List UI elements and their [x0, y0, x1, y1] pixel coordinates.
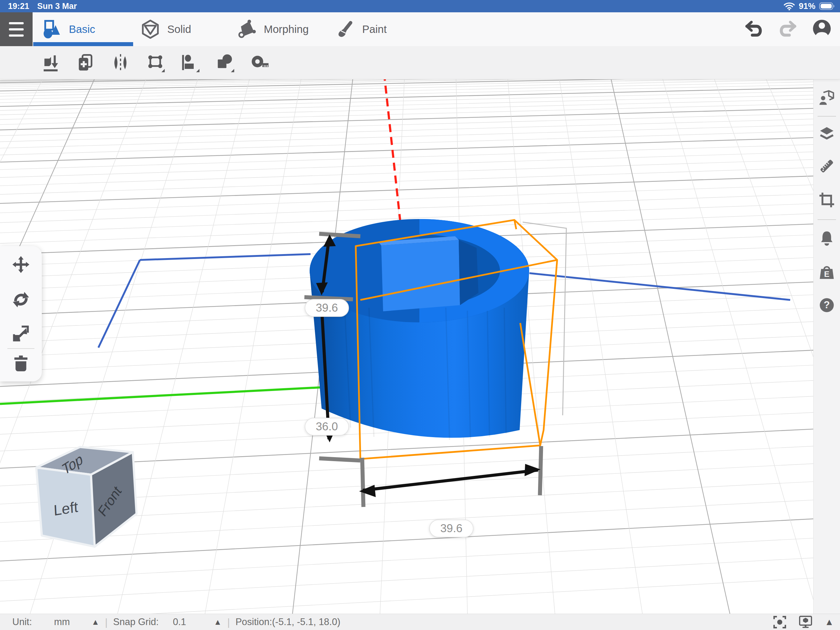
view-mode-button[interactable] — [799, 615, 812, 629]
status-time: 19:21 — [8, 2, 29, 11]
tab-paint[interactable]: Paint — [336, 12, 387, 46]
snap-grid-label: Snap Grid: — [113, 616, 159, 628]
snap-grid-value[interactable]: 0.1 — [173, 616, 186, 628]
move-tool[interactable] — [12, 255, 30, 274]
tab-basic-label: Basic — [69, 23, 95, 35]
active-tab-indicator — [33, 42, 133, 46]
battery-icon — [819, 2, 836, 11]
battery-percent: 91% — [799, 2, 815, 11]
tab-solid[interactable]: Solid — [141, 12, 191, 46]
undo-button[interactable] — [745, 19, 765, 40]
layers-icon[interactable] — [819, 126, 835, 142]
measure-tool[interactable] — [249, 53, 269, 73]
align-tool[interactable] — [180, 53, 200, 73]
dimension-lower-height[interactable]: 36.0 — [305, 418, 349, 435]
unit-value[interactable]: mm — [54, 616, 70, 628]
store-bag-icon[interactable]: E — [819, 264, 835, 280]
tab-basic[interactable]: Basic — [43, 12, 95, 46]
redo-button[interactable] — [777, 19, 797, 40]
tab-morphing-label: Morphing — [264, 23, 309, 35]
main-menu-button[interactable] — [0, 12, 33, 46]
help-question-glyph: ? — [824, 299, 830, 310]
tool-row — [0, 46, 840, 79]
duplicate-tool[interactable] — [76, 53, 96, 73]
basic-shapes-icon — [43, 20, 62, 39]
ar-view-icon[interactable] — [819, 90, 835, 106]
snap-grid-dropdown[interactable]: ▲ — [214, 617, 222, 627]
submenu-indicator — [231, 69, 234, 72]
morphing-icon — [237, 20, 256, 39]
drop-to-floor-tool[interactable] — [41, 53, 61, 73]
crop-icon[interactable] — [819, 192, 835, 208]
sidebar-divider — [818, 219, 836, 220]
nav-bar: Basic Solid Morphing Paint — [0, 12, 840, 46]
paint-brush-icon — [336, 20, 355, 39]
transform-tool[interactable] — [145, 53, 165, 73]
delete-tool[interactable] — [12, 355, 30, 373]
position-readout: Position:(-5.1, -5.1, 18.0) — [235, 616, 340, 628]
mirror-tool[interactable] — [111, 53, 130, 73]
help-icon[interactable]: ? — [819, 297, 835, 313]
dimension-width[interactable]: 39.6 — [429, 519, 474, 537]
dimension-height[interactable]: 39.6 — [305, 299, 349, 317]
submenu-indicator — [196, 69, 199, 72]
account-button[interactable] — [812, 19, 832, 39]
right-sidebar: E ? — [813, 46, 840, 614]
footer-divider: | — [227, 616, 230, 628]
status-date: Sun 3 Mar — [37, 2, 77, 11]
tab-morphing[interactable]: Morphing — [237, 12, 309, 46]
store-bag-letter: E — [824, 269, 829, 279]
combine-tool[interactable] — [215, 53, 235, 73]
transform-panel — [0, 246, 42, 381]
notifications-bell-icon[interactable] — [819, 230, 835, 246]
model-cylinder[interactable] — [309, 219, 529, 440]
key-block-front — [381, 240, 460, 311]
ruler-icon[interactable] — [819, 158, 835, 174]
footer-expand-toggle[interactable]: ▲ — [825, 617, 834, 627]
view-cube[interactable]: Top Left Front — [31, 445, 148, 552]
axis-y-line — [529, 273, 790, 300]
footer-bar: Unit: mm ▲ | Snap Grid: 0.1 ▲ | Position… — [0, 614, 840, 630]
axis-x-line — [0, 387, 335, 404]
unit-label: Unit: — [12, 616, 32, 628]
sidebar-divider — [818, 116, 836, 117]
submenu-indicator — [161, 69, 165, 72]
unit-dropdown[interactable]: ▲ — [91, 617, 99, 627]
shapr-3d-modeling-app: 19:21 Sun 3 Mar 91% — [0, 0, 840, 630]
panel-divider — [7, 348, 35, 349]
wifi-icon — [783, 2, 795, 11]
solid-cube-icon — [141, 20, 160, 39]
scale-tool[interactable] — [12, 324, 30, 343]
tab-solid-label: Solid — [167, 23, 191, 35]
rotate-tool[interactable] — [12, 290, 30, 309]
status-bar: 19:21 Sun 3 Mar 91% — [0, 0, 840, 12]
focus-selection-button[interactable] — [773, 615, 786, 629]
tab-paint-label: Paint — [362, 23, 387, 35]
footer-divider: | — [105, 616, 107, 628]
